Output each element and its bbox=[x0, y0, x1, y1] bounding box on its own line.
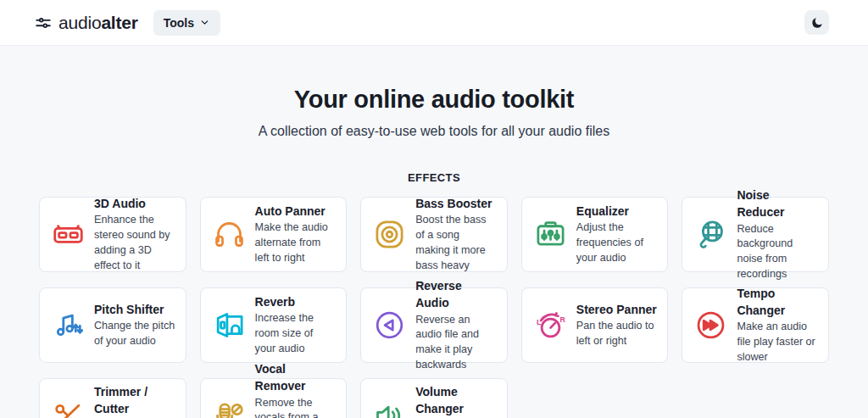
hero-section: Your online audio toolkit A collection o… bbox=[0, 46, 868, 139]
svg-text:R: R bbox=[559, 315, 565, 324]
svg-text:L: L bbox=[537, 318, 542, 326]
tool-description: Boost the bass of a song making it more … bbox=[415, 213, 497, 274]
tool-card[interactable]: Vocal Remover Remove the vocals from a s… bbox=[200, 378, 348, 418]
chevron-down-icon bbox=[199, 17, 210, 28]
tool-title: Reverse Audio bbox=[415, 277, 497, 312]
scissors-icon bbox=[52, 399, 85, 418]
tool-description: Make the audio alternate from left to ri… bbox=[255, 220, 337, 266]
tool-card[interactable]: Reverb Increase the room size of your au… bbox=[200, 287, 348, 363]
tool-title: Vocal Remover bbox=[255, 360, 337, 395]
brand-logo[interactable]: audioalter bbox=[34, 13, 138, 33]
tool-card[interactable]: Bass Booster Boost the bass of a song ma… bbox=[360, 197, 508, 272]
tool-title: Auto Panner bbox=[255, 203, 337, 220]
globe-mic-icon bbox=[694, 218, 727, 251]
tool-description: Remove the vocals from a song leaving be… bbox=[255, 396, 337, 418]
tool-description: Reverse an audio file and make it play b… bbox=[415, 313, 497, 374]
tool-description: Adjust the frequencies of your audio bbox=[576, 220, 658, 266]
tool-card[interactable]: Equalizer Adjust the frequencies of your… bbox=[521, 197, 669, 272]
tool-description: Pan the audio to left or right bbox=[576, 319, 658, 349]
tool-card[interactable]: Pitch Shifter Change the pitch of your a… bbox=[39, 287, 186, 363]
fast-forward-icon bbox=[694, 309, 727, 342]
tool-card[interactable]: Reverse Audio Reverse an audio file and … bbox=[360, 287, 508, 363]
mixer-board-icon bbox=[534, 218, 567, 251]
bass-speaker-icon bbox=[373, 218, 406, 251]
navbar: audioalter Tools bbox=[0, 0, 868, 46]
tool-description: Change the pitch of your audio bbox=[94, 319, 175, 349]
tools-menu-label: Tools bbox=[164, 16, 194, 30]
brand-name: audioalter bbox=[58, 13, 138, 33]
tool-description: Reduce background noise from recordings bbox=[737, 222, 818, 283]
room-icon bbox=[213, 309, 246, 342]
reverse-play-icon bbox=[373, 309, 406, 342]
tool-title: Pitch Shifter bbox=[94, 301, 175, 318]
tool-title: Bass Booster bbox=[415, 195, 497, 212]
tool-title: Trimmer / Cutter bbox=[94, 383, 175, 418]
mic-off-icon bbox=[213, 399, 246, 418]
tool-card[interactable]: Trimmer / Cutter Cut out a part of your … bbox=[39, 378, 186, 418]
moon-icon bbox=[810, 16, 824, 30]
tool-card[interactable]: Auto Panner Make the audio alternate fro… bbox=[200, 197, 348, 272]
tool-title: Reverb bbox=[255, 293, 337, 310]
volume-icon bbox=[373, 399, 406, 418]
music-note-arrows-icon bbox=[52, 309, 85, 342]
tool-card[interactable]: Volume Changer Make your audio louder or… bbox=[360, 378, 508, 418]
dark-mode-toggle[interactable] bbox=[804, 10, 829, 35]
tool-title: Stereo Panner bbox=[576, 301, 658, 318]
sliders-icon bbox=[34, 14, 53, 32]
pan-knob-icon: LR bbox=[534, 309, 567, 342]
tool-card[interactable]: Noise Reducer Reduce background noise fr… bbox=[682, 197, 829, 272]
tool-card[interactable]: 3D Audio Enhance the stereo sound by add… bbox=[39, 197, 186, 272]
headphones-icon bbox=[213, 218, 246, 251]
tool-title: Tempo Changer bbox=[737, 285, 818, 320]
tools-menu-button[interactable]: Tools bbox=[153, 10, 220, 36]
page-title: Your online audio toolkit bbox=[0, 86, 868, 114]
effects-section-label: EFFECTS bbox=[0, 171, 868, 184]
tool-title: Volume Changer bbox=[415, 383, 497, 418]
tool-title: 3D Audio bbox=[94, 195, 175, 212]
3d-glasses-icon bbox=[52, 218, 85, 251]
tool-description: Increase the room size of your audio bbox=[255, 311, 337, 357]
tool-card[interactable]: LR Stereo Panner Pan the audio to left o… bbox=[521, 287, 669, 363]
page-subtitle: A collection of easy-to-use web tools fo… bbox=[0, 124, 868, 139]
tool-card[interactable]: Tempo Changer Make an audio file play fa… bbox=[682, 287, 829, 363]
tool-title: Equalizer bbox=[576, 203, 658, 220]
tools-grid: 3D Audio Enhance the stereo sound by add… bbox=[39, 197, 829, 418]
tool-description: Enhance the stereo sound by adding a 3D … bbox=[94, 213, 175, 274]
tool-description: Make an audio file play faster or slower bbox=[737, 320, 818, 365]
tool-title: Noise Reducer bbox=[737, 187, 818, 221]
